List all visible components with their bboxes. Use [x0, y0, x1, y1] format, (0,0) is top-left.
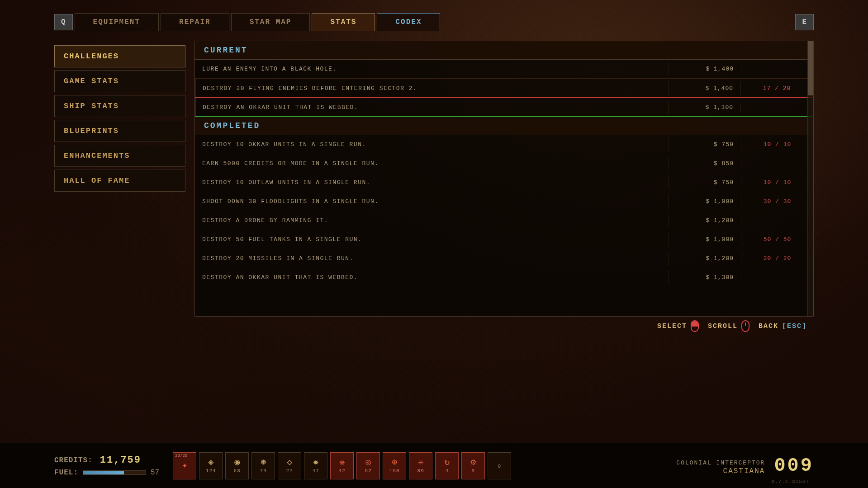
challenge-reward: $ 750 — [669, 137, 741, 152]
inv-count: 4 — [445, 468, 449, 474]
inv-count: 89 — [417, 468, 424, 474]
challenge-progress: 20 / 20 — [741, 251, 813, 265]
fuel-value: 57 — [151, 469, 159, 477]
challenge-progress: 17 / 20 — [740, 81, 813, 95]
inventory-icon-0[interactable]: 20/20 ✦ — [173, 452, 196, 479]
ship-info-panel: COLONIAL INTERCEPTOR CASTIANA 009 — [676, 456, 814, 475]
fuel-label: FUEL: — [54, 469, 78, 477]
main-panel: CURRENT LURE AN ENEMY INTO A BLACK HOLE.… — [194, 41, 814, 317]
challenge-reward: $ 1,400 — [669, 62, 741, 76]
challenge-reward: $ 1,300 — [669, 270, 741, 284]
scroll-control: SCROLL — [708, 320, 749, 332]
inv-count: 52 — [365, 468, 372, 474]
sidebar: CHALLENGES GAME STATS SHIP STATS BLUEPRI… — [54, 41, 185, 317]
tab-codex[interactable]: CODEX — [377, 13, 440, 31]
challenge-progress — [741, 160, 813, 167]
inv-count: 27 — [286, 468, 293, 474]
challenge-name: DESTROY AN OKKAR UNIT THAT IS WEBBED. — [195, 100, 668, 114]
challenge-row[interactable]: SHOOT DOWN 30 FLOODLIGHTS IN A SINGLE RU… — [195, 192, 813, 211]
challenge-reward: $ 750 — [669, 175, 741, 190]
inv-symbol: ✳ — [418, 458, 423, 467]
inv-count: 0 — [498, 464, 501, 469]
inventory-icon-2[interactable]: ◉ 68 — [225, 452, 249, 479]
fuel-bar — [83, 470, 146, 475]
credits-value: 11,759 — [100, 455, 141, 466]
inv-count: 68 — [234, 468, 241, 474]
inventory-icon-4[interactable]: ◇ 27 — [278, 452, 301, 479]
challenge-reward: $ 1,200 — [669, 213, 741, 227]
select-label: SELECT — [657, 322, 687, 330]
challenge-name: DESTROY 50 FUEL TANKS IN A SINGLE RUN. — [195, 232, 669, 246]
sidebar-item-enhancements[interactable]: ENHANCEMENTS — [54, 145, 185, 167]
sidebar-item-ship-stats[interactable]: SHIP STATS — [54, 95, 185, 117]
challenge-row[interactable]: DESTROY 20 MISSILES IN A SINGLE RUN. $ 1… — [195, 249, 813, 268]
ship-number: 009 — [774, 456, 814, 475]
challenge-name: LURE AN ENEMY INTO A BLACK HOLE. — [195, 62, 669, 76]
challenge-row[interactable]: DESTROY AN OKKAR UNIT THAT IS WEBBED. $ … — [195, 268, 813, 287]
completed-section-header: COMPLETED — [195, 117, 813, 135]
scroll-label: SCROLL — [708, 322, 738, 330]
tab-stats[interactable]: STATS — [312, 13, 375, 31]
inv-count: 124 — [206, 468, 216, 474]
tab-star-map[interactable]: STAR MAP — [231, 13, 310, 31]
challenge-progress: 10 / 10 — [741, 175, 813, 190]
inv-symbol: ◇ — [287, 458, 292, 467]
challenge-reward: $ 850 — [669, 156, 741, 171]
challenge-progress — [740, 104, 813, 111]
content-area: CHALLENGES GAME STATS SHIP STATS BLUEPRI… — [0, 36, 868, 317]
inventory-icon-6[interactable]: ❋ 42 — [330, 452, 354, 479]
inventory-icon-5[interactable]: ✸ 47 — [304, 452, 327, 479]
challenge-row[interactable]: LURE AN ENEMY INTO A BLACK HOLE. $ 1,400 — [195, 60, 813, 79]
inventory-icon-7[interactable]: ◎ 52 — [356, 452, 380, 479]
sidebar-item-hall-of-fame[interactable]: HALL OF FAME — [54, 170, 185, 192]
challenge-reward: $ 1,200 — [669, 251, 741, 265]
scroll-mouse-icon — [741, 320, 749, 332]
challenge-name: EARN 5000 CREDITS OR MORE IN A SINGLE RU… — [195, 156, 669, 171]
challenge-row[interactable]: DESTROY 20 FLYING ENEMIES BEFORE ENTERIN… — [195, 79, 813, 98]
sidebar-item-blueprints[interactable]: BLUEPRINTS — [54, 120, 185, 142]
inv-count: 42 — [339, 468, 346, 474]
tab-equipment[interactable]: EQUIPMENT — [75, 13, 159, 31]
challenge-name: DESTROY 10 OUTLAW UNITS IN A SINGLE RUN. — [195, 175, 669, 190]
inventory-icon-11[interactable]: ⚙ 9 — [461, 452, 485, 479]
key-e-button[interactable]: E — [795, 14, 814, 30]
challenge-name: DESTROY 20 FLYING ENEMIES BEFORE ENTERIN… — [195, 81, 668, 95]
inventory-icon-10[interactable]: ↻ 4 — [435, 452, 459, 479]
scrollbar-thumb[interactable] — [808, 41, 813, 95]
challenge-row[interactable]: EARN 5000 CREDITS OR MORE IN A SINGLE RU… — [195, 154, 813, 173]
key-q-button[interactable]: Q — [54, 14, 73, 30]
inv-symbol: ❋ — [339, 458, 345, 467]
back-control: BACK [ESC] — [759, 322, 807, 330]
inv-symbol: ✸ — [313, 458, 318, 467]
inventory-icon-9[interactable]: ✳ 89 — [409, 452, 432, 479]
challenge-row[interactable]: DESTROY 10 OKKAR UNITS IN A SINGLE RUN. … — [195, 135, 813, 154]
challenge-row[interactable]: DESTROY 10 OUTLAW UNITS IN A SINGLE RUN.… — [195, 173, 813, 192]
sidebar-item-challenges[interactable]: CHALLENGES — [54, 45, 185, 67]
completed-section-title: COMPLETED — [204, 121, 260, 130]
inv-symbol: ↻ — [444, 458, 450, 467]
challenge-row[interactable]: DESTROY 50 FUEL TANKS IN A SINGLE RUN. $… — [195, 230, 813, 249]
tab-repair[interactable]: REPAIR — [161, 13, 229, 31]
inv-symbol: ⊛ — [261, 458, 266, 467]
challenge-row[interactable]: DESTROY A DRONE BY RAMMING IT. $ 1,200 — [195, 211, 813, 230]
inventory-icon-8[interactable]: ⊕ 158 — [383, 452, 406, 479]
inv-subcount: 20/20 — [175, 454, 187, 458]
main-container: Q EQUIPMENT REPAIR STAR MAP STATS CODEX … — [0, 0, 868, 488]
challenge-reward: $ 1,000 — [669, 194, 741, 208]
inv-symbol: ◈ — [208, 458, 213, 467]
inv-symbol: ⊕ — [392, 458, 397, 467]
inventory-icon-3[interactable]: ⊛ 79 — [251, 452, 275, 479]
version-text: 0.7.1.31567 — [771, 479, 809, 484]
challenge-progress: 30 / 30 — [741, 194, 813, 208]
sidebar-item-game-stats[interactable]: GAME STATS — [54, 70, 185, 92]
credits-row: CREDITS: 11,759 — [54, 455, 159, 466]
current-section-header: CURRENT — [195, 41, 813, 60]
inv-symbol: ⚙ — [470, 458, 476, 467]
challenge-progress — [741, 274, 813, 281]
inv-count: 158 — [389, 468, 400, 474]
credits-label: CREDITS: — [54, 456, 93, 464]
challenge-progress: 50 / 50 — [741, 232, 813, 246]
inventory-icon-1[interactable]: ◈ 124 — [199, 452, 223, 479]
inventory-icon-12[interactable]: 0 — [488, 452, 511, 479]
challenge-row[interactable]: DESTROY AN OKKAR UNIT THAT IS WEBBED. $ … — [195, 98, 813, 117]
